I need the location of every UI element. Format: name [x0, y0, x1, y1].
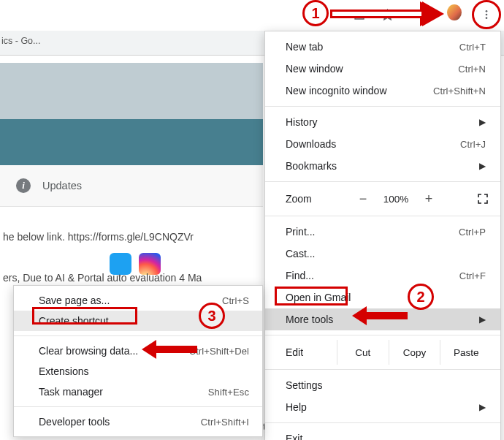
profile-avatar[interactable] [447, 5, 462, 20]
zoom-in-button[interactable]: + [417, 191, 440, 207]
tab-title: ics - Go... [1, 36, 40, 46]
menu-item-bookmarks[interactable]: Bookmarks▶ [265, 155, 500, 177]
browser-toolbar [0, 3, 504, 28]
zoom-value: 100% [375, 194, 417, 205]
submenu-clear-data[interactable]: Clear browsing data...Ctrl+Shift+Del [14, 341, 262, 361]
content-snippet: he below link. https://forms.gle/L9CNQZV… [0, 231, 263, 243]
copy-button[interactable]: Copy [389, 340, 440, 365]
menu-zoom-row: Zoom − 100% + [265, 186, 500, 211]
menu-item-more-tools[interactable]: More tools▶ [265, 308, 500, 330]
cut-button[interactable]: Cut [337, 340, 389, 365]
paste-button[interactable]: Paste [440, 340, 492, 365]
more-tools-submenu: Save page as...Ctrl+S Create shortcut...… [13, 285, 263, 437]
menu-item-downloads[interactable]: DownloadsCtrl+J [265, 133, 500, 155]
menu-item-new-window[interactable]: New windowCtrl+N [265, 58, 500, 80]
star-icon[interactable] [380, 7, 394, 22]
menu-item-print[interactable]: Print...Ctrl+P [265, 221, 500, 243]
chrome-main-menu: New tabCtrl+T New windowCtrl+N New incog… [264, 31, 501, 440]
edit-label: Edit [286, 346, 337, 358]
menu-item-help[interactable]: Help▶ [265, 396, 500, 418]
page-hero-image [0, 63, 263, 165]
submenu-save-page[interactable]: Save page as...Ctrl+S [14, 290, 262, 311]
menu-item-exit[interactable]: Exit [265, 428, 500, 440]
menu-item-new-tab[interactable]: New tabCtrl+T [265, 36, 500, 58]
menu-item-incognito[interactable]: New incognito windowCtrl+Shift+N [265, 80, 500, 102]
updates-heading: Updates [42, 180, 82, 191]
svg-point-3 [486, 17, 488, 19]
svg-marker-0 [382, 10, 392, 19]
menu-item-cast[interactable]: Cast... [265, 243, 500, 265]
menu-item-settings[interactable]: Settings [265, 374, 500, 396]
submenu-extensions[interactable]: Extensions [14, 361, 262, 382]
submenu-task-manager[interactable]: Task managerShift+Esc [14, 382, 262, 402]
menu-item-history[interactable]: History▶ [265, 111, 500, 133]
submenu-create-shortcut[interactable]: Create shortcut... [14, 311, 262, 331]
menu-item-find[interactable]: Find...Ctrl+F [265, 265, 500, 287]
svg-point-1 [486, 10, 488, 12]
submenu-devtools[interactable]: Developer toolsCtrl+Shift+I [14, 411, 262, 432]
extensions-icon[interactable] [421, 7, 436, 22]
share-icon[interactable] [352, 7, 367, 22]
kebab-menu-icon[interactable] [479, 7, 494, 22]
menu-edit-row: Edit Cut Copy Paste [265, 340, 500, 365]
content-snippet: ers, Due to AI & Portal auto evaluation … [0, 272, 263, 284]
fullscreen-icon[interactable] [477, 193, 489, 205]
zoom-out-button[interactable]: − [351, 191, 375, 207]
svg-point-2 [486, 14, 488, 16]
menu-item-open-gmail[interactable]: Open in Gmail [265, 287, 500, 308]
info-icon: i [16, 178, 31, 193]
updates-card: i Updates [0, 165, 263, 207]
zoom-label: Zoom [286, 193, 351, 205]
